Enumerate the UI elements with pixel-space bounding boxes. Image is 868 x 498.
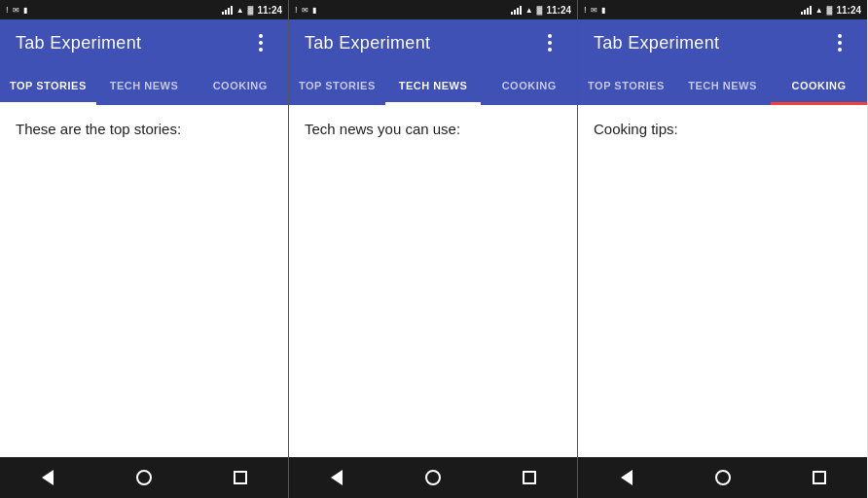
signal-bars — [801, 5, 812, 15]
signal-bar-3 — [228, 8, 230, 15]
app-bar-title: Tab Experiment — [16, 33, 141, 53]
phone-frame-1: ! ✉ ▮ ▲ ▓ 11:24 Tab Experiment TOP STORI… — [0, 0, 289, 498]
home-icon — [425, 470, 441, 485]
status-left-icons: ! ✉ ▮ — [6, 5, 27, 15]
status-right-icons: ▲ ▓ 11:24 — [801, 5, 861, 16]
battery-icon: ▮ — [601, 6, 605, 15]
menu-dot-3 — [838, 48, 842, 52]
signal-bar-1 — [511, 12, 513, 15]
signal-bars — [222, 5, 233, 15]
tab-tech-news[interactable]: TECH NEWS — [96, 66, 193, 105]
bottom-nav — [289, 457, 577, 498]
alert-icon: ! — [6, 5, 9, 15]
overflow-menu-button[interactable] — [249, 31, 272, 54]
home-button[interactable] — [125, 458, 163, 497]
menu-dot-2 — [548, 41, 552, 45]
app-bar: Tab Experiment — [289, 19, 577, 66]
phone-frame-3: ! ✉ ▮ ▲ ▓ 11:24 Tab Experiment TOP STORI… — [578, 0, 867, 498]
status-left-icons: ! ✉ ▮ — [295, 5, 316, 15]
status-bar: ! ✉ ▮ ▲ ▓ 11:24 — [0, 0, 288, 19]
wifi-icon: ▲ — [815, 6, 823, 15]
menu-dot-2 — [259, 41, 263, 45]
battery-status-icon: ▓ — [537, 6, 543, 15]
recents-button[interactable] — [221, 458, 260, 497]
app-bar: Tab Experiment — [0, 19, 288, 66]
menu-dot-3 — [548, 48, 552, 52]
content-area: Tech news you can use: — [289, 105, 577, 457]
content-text: Cooking tips: — [594, 121, 678, 137]
recents-button[interactable] — [510, 458, 549, 497]
back-button[interactable] — [607, 458, 646, 497]
bottom-nav — [578, 457, 867, 498]
status-time: 11:24 — [257, 5, 282, 16]
menu-dot-1 — [259, 34, 263, 38]
status-bar: ! ✉ ▮ ▲ ▓ 11:24 — [578, 0, 867, 19]
status-left-icons: ! ✉ ▮ — [584, 5, 605, 15]
status-time: 11:24 — [546, 5, 571, 16]
tab-top-stories[interactable]: TOP STORIES — [578, 66, 674, 105]
tab-tech-news[interactable]: TECH NEWS — [674, 66, 771, 105]
sms-icon: ✉ — [591, 6, 597, 15]
tab-top-stories[interactable]: TOP STORIES — [0, 66, 96, 105]
wifi-icon: ▲ — [525, 6, 533, 15]
signal-bar-4 — [231, 6, 233, 15]
signal-bar-2 — [804, 10, 806, 15]
phone-frame-2: ! ✉ ▮ ▲ ▓ 11:24 Tab Experiment TOP STORI… — [289, 0, 578, 498]
status-right-icons: ▲ ▓ 11:24 — [222, 5, 282, 16]
back-icon — [42, 470, 54, 485]
tabs-bar: TOP STORIESTECH NEWSCOOKING — [0, 66, 288, 105]
menu-dot-2 — [838, 41, 842, 45]
back-button[interactable] — [317, 458, 356, 497]
tab-tech-news[interactable]: TECH NEWS — [385, 66, 482, 105]
app-bar: Tab Experiment — [578, 19, 867, 66]
status-right-icons: ▲ ▓ 11:24 — [511, 5, 571, 16]
menu-dot-3 — [259, 48, 263, 52]
content-area: These are the top stories: — [0, 105, 288, 457]
recents-icon — [813, 471, 826, 484]
back-button[interactable] — [28, 458, 67, 497]
recents-icon — [234, 471, 247, 484]
sms-icon: ✉ — [13, 6, 19, 15]
recents-icon — [523, 471, 536, 484]
tabs-bar: TOP STORIESTECH NEWSCOOKING — [578, 66, 867, 105]
signal-bars — [511, 5, 522, 15]
sms-icon: ✉ — [302, 6, 308, 15]
signal-bar-2 — [225, 10, 227, 15]
home-button[interactable] — [414, 458, 452, 497]
phone-screen: Tab Experiment TOP STORIESTECH NEWSCOOKI… — [578, 19, 867, 457]
overflow-menu-button[interactable] — [538, 31, 561, 54]
home-icon — [136, 470, 152, 485]
tab-cooking[interactable]: COOKING — [481, 66, 577, 105]
signal-bar-1 — [801, 12, 803, 15]
menu-dot-1 — [838, 34, 842, 38]
back-icon — [331, 470, 343, 485]
status-bar: ! ✉ ▮ ▲ ▓ 11:24 — [289, 0, 577, 19]
bottom-nav — [0, 457, 288, 498]
tab-cooking[interactable]: COOKING — [192, 66, 288, 105]
home-icon — [715, 470, 731, 485]
wifi-icon: ▲ — [236, 6, 244, 15]
content-area: Cooking tips: — [578, 105, 867, 457]
alert-icon: ! — [295, 5, 298, 15]
battery-status-icon: ▓ — [827, 6, 833, 15]
recents-button[interactable] — [800, 458, 839, 497]
signal-bar-1 — [222, 12, 224, 15]
phone-screen: Tab Experiment TOP STORIESTECH NEWSCOOKI… — [289, 19, 577, 457]
back-icon — [621, 470, 633, 485]
tabs-bar: TOP STORIESTECH NEWSCOOKING — [289, 66, 577, 105]
signal-bar-4 — [810, 6, 812, 15]
signal-bar-2 — [514, 10, 516, 15]
tab-cooking[interactable]: COOKING — [771, 66, 867, 105]
home-button[interactable] — [704, 458, 742, 497]
signal-bar-4 — [520, 6, 522, 15]
status-time: 11:24 — [836, 5, 861, 16]
tab-top-stories[interactable]: TOP STORIES — [289, 66, 385, 105]
alert-icon: ! — [584, 5, 587, 15]
app-bar-title: Tab Experiment — [594, 33, 719, 53]
battery-icon: ▮ — [312, 6, 316, 15]
content-text: Tech news you can use: — [305, 121, 460, 137]
phone-screen: Tab Experiment TOP STORIESTECH NEWSCOOKI… — [0, 19, 288, 457]
battery-icon: ▮ — [23, 6, 27, 15]
menu-dot-1 — [548, 34, 552, 38]
overflow-menu-button[interactable] — [828, 31, 851, 54]
